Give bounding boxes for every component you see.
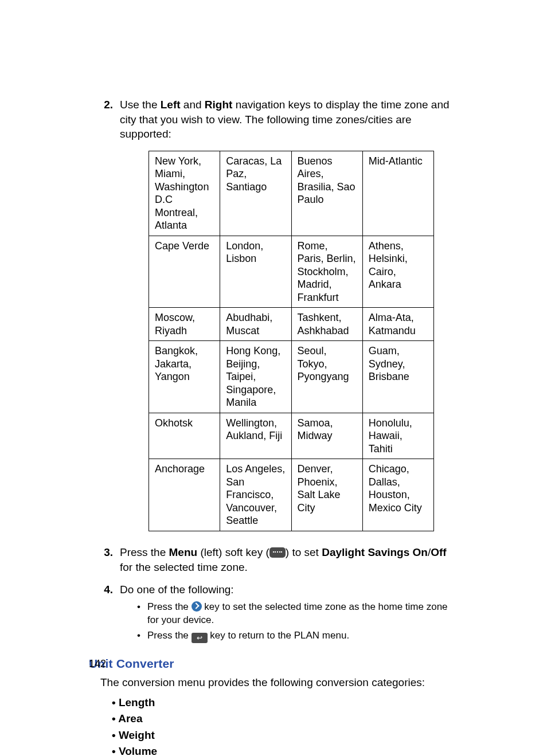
list-item-label: Volume xyxy=(119,745,157,756)
text: Press the xyxy=(120,546,169,558)
table-cell: Abudhabi, Muscat xyxy=(220,308,291,341)
sub-bullet: • Press the ↩ key to return to the PLAN … xyxy=(137,629,458,643)
dst-off-label: Off xyxy=(431,546,446,558)
page: 2. Use the Left and Right navigation key… xyxy=(0,0,547,756)
bullet-list: • Length • Area • Weight • Volume xyxy=(112,695,458,756)
table-cell: Athens, Helsinki, Cairo, Ankara xyxy=(362,236,433,308)
ok-key-icon xyxy=(192,601,202,612)
step-body: Press the Menu (left) soft key () to set… xyxy=(120,545,458,574)
step-number: 2. xyxy=(89,97,120,142)
section-heading: Unit Converter xyxy=(89,656,458,672)
table-cell: Chicago, Dallas, Houston, Mexico City xyxy=(362,459,433,531)
table-cell: Honolulu, Hawaii, Tahiti xyxy=(362,413,433,459)
table-cell: Buenos Aires, Brasilia, Sao Paulo xyxy=(291,151,362,236)
bullet-dot: • xyxy=(112,745,119,756)
step-number: 3. xyxy=(89,545,120,574)
menu-label: Menu xyxy=(169,546,198,558)
section-intro: The conversion menu provides the followi… xyxy=(100,675,458,690)
list-item-label: Weight xyxy=(119,729,155,741)
text: Press the xyxy=(147,630,192,641)
step-number: 4. xyxy=(89,582,120,645)
table-row: Okhotsk Wellington, Aukland, Fiji Samoa,… xyxy=(149,413,434,459)
table-cell: New York, Miami, Washington D.C Montreal… xyxy=(149,151,220,236)
bullet-dot: • xyxy=(112,712,118,724)
sub-bullet: • Press the key to set the selected time… xyxy=(137,601,458,627)
table-cell: Anchorage xyxy=(149,459,220,531)
step-body: Use the Left and Right navigation keys t… xyxy=(120,97,458,142)
table-cell: Okhotsk xyxy=(149,413,220,459)
bullet-dot: • xyxy=(112,729,119,741)
step-body: Do one of the following: • Press the key… xyxy=(120,582,458,645)
table-row: Moscow, Riyadh Abudhabi, Muscat Tashkent… xyxy=(149,308,434,341)
table-cell: Alma-Ata, Katmandu xyxy=(362,308,433,341)
text: Use the xyxy=(120,99,161,111)
return-key-icon: ↩ xyxy=(192,633,208,643)
key-left: Left xyxy=(161,99,181,111)
text: and xyxy=(181,99,205,111)
list-item: • Weight xyxy=(112,727,458,744)
dst-on-label: Daylight Savings On xyxy=(322,546,428,558)
table-cell: Hong Kong, Beijing, Taipei, Singapore, M… xyxy=(220,341,291,413)
table-cell: Bangkok, Jakarta, Yangon xyxy=(149,341,220,413)
table-cell: Mid-Atlantic xyxy=(362,151,433,236)
sub-bullet-body: Press the key to set the selected time z… xyxy=(147,601,458,627)
table-row: Anchorage Los Angeles, San Francisco, Va… xyxy=(149,459,434,531)
table-cell: Rome, Paris, Berlin, Stockholm, Madrid, … xyxy=(291,236,362,308)
sub-bullets: • Press the key to set the selected time… xyxy=(137,601,458,643)
text: key to return to the PLAN menu. xyxy=(208,630,350,641)
content: 2. Use the Left and Right navigation key… xyxy=(89,97,458,756)
table-cell: Moscow, Riyadh xyxy=(149,308,220,341)
text: (left) soft key ( xyxy=(197,546,269,558)
bullet-dot: • xyxy=(112,696,119,708)
table-cell: Wellington, Aukland, Fiji xyxy=(220,413,291,459)
table-row: Bangkok, Jakarta, Yangon Hong Kong, Beij… xyxy=(149,341,434,413)
table-cell: London, Lisbon xyxy=(220,236,291,308)
softkey-icon xyxy=(269,547,286,558)
timezone-table: New York, Miami, Washington D.C Montreal… xyxy=(149,151,434,531)
page-number: 142 xyxy=(89,658,106,670)
text: for the selected time zone. xyxy=(120,561,248,573)
text: Do one of the following: xyxy=(120,583,234,596)
table-cell: Cape Verde xyxy=(149,236,220,308)
table-cell: Los Angeles, San Francisco, Vancouver, S… xyxy=(220,459,291,531)
table-cell: Seoul, Tokyo, Pyongyang xyxy=(291,341,362,413)
table-row: New York, Miami, Washington D.C Montreal… xyxy=(149,151,434,236)
list-item: • Area xyxy=(112,711,458,727)
bullet-dot: • xyxy=(137,601,147,627)
text: Press the xyxy=(147,601,192,612)
table-cell: Samoa, Midway xyxy=(291,413,362,459)
step-2: 2. Use the Left and Right navigation key… xyxy=(89,97,458,142)
list-item: • Volume xyxy=(112,743,458,756)
text: ) to set xyxy=(286,546,322,558)
table-cell: Denver, Phoenix, Salt Lake City xyxy=(291,459,362,531)
table-cell: Guam, Sydney, Brisbane xyxy=(362,341,433,413)
step-4: 4. Do one of the following: • Press the … xyxy=(89,582,458,645)
list-item-label: Area xyxy=(118,712,142,724)
key-right: Right xyxy=(205,99,233,111)
list-item-label: Length xyxy=(119,696,155,708)
sub-bullet-body: Press the ↩ key to return to the PLAN me… xyxy=(147,629,458,643)
bullet-dot: • xyxy=(137,629,147,643)
step-3: 3. Press the Menu (left) soft key () to … xyxy=(89,545,458,574)
table-cell: Caracas, La Paz, Santiago xyxy=(220,151,291,236)
table-cell: Tashkent, Ashkhabad xyxy=(291,308,362,341)
table-row: Cape Verde London, Lisbon Rome, Paris, B… xyxy=(149,236,434,308)
list-item: • Length xyxy=(112,695,458,711)
